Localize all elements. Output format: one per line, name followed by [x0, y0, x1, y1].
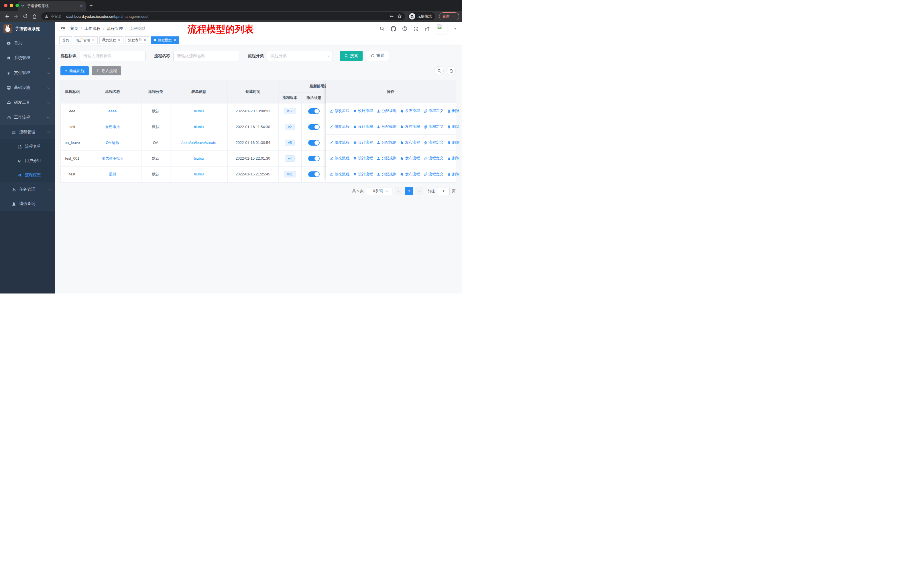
sidebar-item-pay[interactable]: ¥支付管理	[0, 65, 55, 80]
sidebar-item-user-group[interactable]: 用户分组	[0, 154, 55, 168]
address-bar[interactable]: 不安全 dashboard.yudao.iocoder.cn/bpm/manag…	[41, 12, 405, 20]
sidebar-fold-icon[interactable]	[60, 26, 66, 31]
sidebar-item-bpm-model[interactable]: 流程模型	[0, 168, 55, 182]
sidebar-item-workflow[interactable]: 工作流程	[0, 110, 55, 125]
zoom-window-button[interactable]	[15, 4, 19, 7]
action-hand-link[interactable]: 发布流程	[400, 124, 420, 129]
version-badge[interactable]: v21	[284, 171, 295, 177]
action-trash-link[interactable]: 删除	[447, 155, 459, 161]
breadcrumb-item[interactable]: 工作流程	[84, 26, 101, 31]
close-window-button[interactable]	[4, 4, 7, 7]
sidebar-item-bpm-manage[interactable]: 流程管理	[0, 125, 55, 139]
refresh-table-button[interactable]	[447, 66, 456, 75]
search-icon[interactable]	[380, 26, 384, 31]
app-logo-row[interactable]: 芋道管理系统	[0, 22, 55, 36]
action-clip-link[interactable]: 流程定义	[424, 172, 443, 177]
sidebar-item-leave[interactable]: 请假查询	[0, 197, 55, 211]
action-clip-link[interactable]: 流程定义	[424, 140, 443, 145]
action-hand-link[interactable]: 发布流程	[400, 108, 420, 114]
action-edit-link[interactable]: 修改流程	[330, 155, 350, 161]
avatar[interactable]	[436, 23, 447, 35]
github-icon[interactable]	[391, 26, 396, 31]
tag-租户管理[interactable]: 租户管理✕	[74, 36, 98, 44]
action-user-link[interactable]: 分配规则	[377, 108, 396, 114]
browser-menu-dots-icon[interactable]: ⋮	[452, 14, 456, 19]
row-link[interactable]: biubiu	[194, 172, 204, 176]
sidebar-item-bpm-form[interactable]: 流程表单	[0, 139, 55, 154]
avatar-caret-icon[interactable]	[454, 28, 457, 30]
version-badge[interactable]: v4	[285, 155, 295, 162]
version-badge[interactable]: v17	[284, 108, 295, 114]
new-tab-button[interactable]: +	[89, 3, 93, 9]
row-link[interactable]: eeee	[109, 109, 117, 113]
row-link[interactable]: biubiu	[194, 125, 204, 129]
action-edit-link[interactable]: 修改流程	[330, 108, 350, 114]
action-trash-link[interactable]: 删除	[447, 140, 459, 145]
row-link[interactable]: biubiu	[194, 109, 204, 113]
action-edit-link[interactable]: 修改流程	[330, 172, 350, 177]
breadcrumb-item[interactable]: 流程管理	[107, 26, 123, 31]
action-gearsm-link[interactable]: 设计流程	[353, 124, 373, 129]
sidebar-item-task[interactable]: 任务管理	[0, 182, 55, 197]
action-hand-link[interactable]: 发布流程	[400, 172, 420, 177]
tag-close-icon[interactable]: ✕	[144, 38, 146, 42]
breadcrumb-item[interactable]: 首页	[70, 26, 78, 31]
action-edit-link[interactable]: 修改流程	[330, 124, 350, 129]
action-gearsm-link[interactable]: 设计流程	[353, 140, 373, 145]
row-link[interactable]: 测试多审批人	[101, 156, 124, 160]
tag-close-icon[interactable]: ✕	[92, 38, 95, 42]
bookmark-star-icon[interactable]	[397, 14, 402, 19]
tab-close-icon[interactable]: ✕	[80, 4, 83, 8]
action-user-link[interactable]: 分配规则	[377, 155, 396, 161]
fullscreen-icon[interactable]	[413, 26, 419, 31]
browser-tab[interactable]: 芋道管理系统 ✕	[18, 1, 86, 11]
action-clip-link[interactable]: 流程定义	[424, 155, 443, 161]
action-hand-link[interactable]: 发布流程	[400, 155, 420, 161]
prev-page-button[interactable]: ‹	[395, 187, 403, 195]
action-edit-link[interactable]: 修改流程	[330, 140, 350, 145]
version-badge[interactable]: v5	[285, 140, 295, 146]
import-process-button[interactable]: 导入流程	[92, 66, 121, 75]
tag-我的流程[interactable]: 我的流程✕	[99, 36, 124, 44]
tag-close-icon[interactable]: ✕	[173, 38, 176, 42]
active-toggle[interactable]	[308, 124, 320, 130]
update-chrome-button[interactable]: 更新 ⋮	[439, 12, 459, 20]
minimize-window-button[interactable]	[10, 4, 13, 7]
reset-button[interactable]: 重置	[366, 51, 389, 61]
tag-close-icon[interactable]: ✕	[118, 38, 120, 42]
row-link[interactable]: biubiu	[194, 156, 204, 160]
action-user-link[interactable]: 分配规则	[377, 124, 396, 129]
next-page-button[interactable]: ›	[415, 187, 423, 195]
filter-category-select[interactable]: 流程分类	[267, 51, 333, 61]
tag-流程模型[interactable]: 流程模型✕	[151, 36, 179, 44]
page-size-select[interactable]: 10条/页	[366, 187, 393, 195]
home-button[interactable]	[30, 12, 38, 20]
current-page[interactable]: 1	[405, 187, 413, 195]
action-gearsm-link[interactable]: 设计流程	[353, 172, 373, 177]
action-gearsm-link[interactable]: 设计流程	[353, 155, 373, 161]
reload-button[interactable]	[21, 12, 29, 20]
help-icon[interactable]	[402, 26, 407, 31]
action-trash-link[interactable]: 删除	[447, 124, 459, 129]
action-clip-link[interactable]: 流程定义	[424, 124, 443, 129]
search-button[interactable]: 搜索	[340, 51, 363, 61]
active-toggle[interactable]	[308, 108, 320, 114]
create-process-button[interactable]: + 新建流程	[60, 66, 89, 75]
password-key-icon[interactable]	[389, 14, 394, 19]
tag-首页[interactable]: 首页	[59, 36, 72, 44]
sidebar-item-devtools[interactable]: 研发工具	[0, 95, 55, 110]
row-link[interactable]: /bpm/oa/leave/create	[181, 141, 216, 145]
show-search-button[interactable]	[434, 66, 444, 75]
font-size-icon[interactable]	[424, 26, 430, 31]
forward-button[interactable]	[12, 12, 20, 20]
back-button[interactable]	[3, 12, 11, 20]
action-clip-link[interactable]: 流程定义	[424, 108, 443, 114]
action-trash-link[interactable]: 删除	[447, 108, 459, 114]
filter-key-input[interactable]	[80, 51, 145, 61]
active-toggle[interactable]	[308, 140, 320, 146]
tag-流程表单[interactable]: 流程表单✕	[125, 36, 149, 44]
filter-name-input[interactable]	[173, 51, 239, 61]
goto-page-input[interactable]	[437, 187, 450, 195]
row-link[interactable]: 自己审批	[105, 125, 120, 129]
action-trash-link[interactable]: 删除	[447, 172, 459, 177]
